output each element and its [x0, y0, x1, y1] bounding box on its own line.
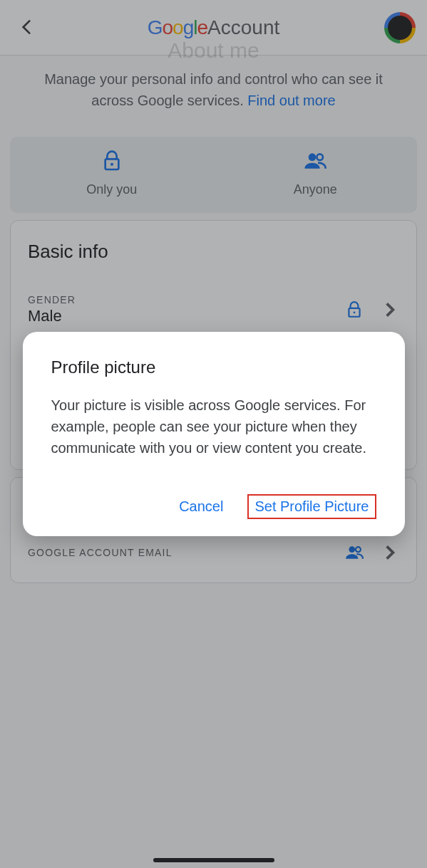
- cancel-button[interactable]: Cancel: [173, 494, 229, 519]
- dialog-body: Your picture is visible across Google se…: [51, 394, 376, 459]
- set-profile-picture-button[interactable]: Set Profile Picture: [247, 494, 376, 519]
- modal-overlay[interactable]: Profile picture Your picture is visible …: [0, 0, 427, 868]
- dialog-actions: Cancel Set Profile Picture: [51, 494, 376, 519]
- home-indicator[interactable]: [153, 858, 274, 862]
- dialog-title: Profile picture: [51, 357, 376, 377]
- profile-picture-dialog: Profile picture Your picture is visible …: [23, 332, 405, 536]
